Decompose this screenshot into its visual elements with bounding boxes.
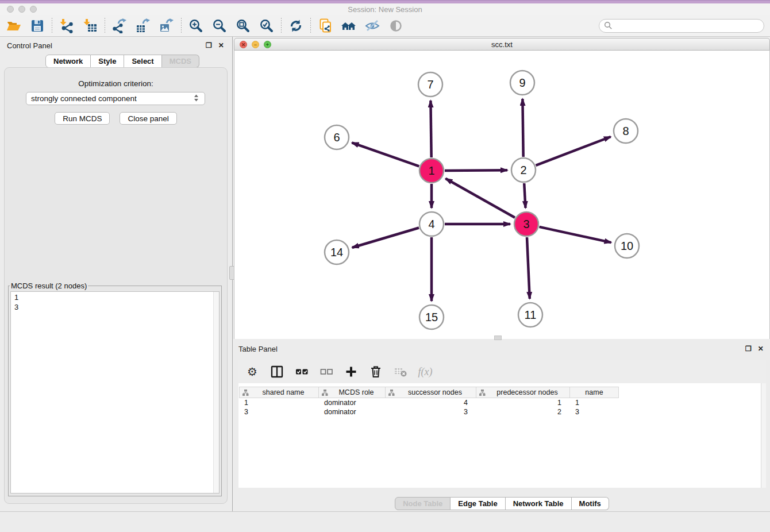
criterion-value: strongly connected component <box>31 94 137 103</box>
table-row[interactable]: 3dominator323 <box>239 407 619 417</box>
table-row[interactable]: 1dominator411 <box>239 398 619 407</box>
edge-2-3[interactable] <box>524 183 525 208</box>
zoom-selected-icon[interactable] <box>259 18 275 34</box>
edge-2-8[interactable] <box>536 137 611 165</box>
node-4[interactable]: 4 <box>419 212 444 236</box>
mcds-result-textarea[interactable]: 1 3 <box>10 291 220 494</box>
mcds-panel: Optimization criterion: strongly connect… <box>4 67 228 504</box>
svg-text:10: 10 <box>621 240 633 252</box>
attribute-icon <box>479 390 486 396</box>
svg-text:7: 7 <box>427 78 433 91</box>
duplicate-network-icon[interactable] <box>317 18 333 34</box>
tab-mcds[interactable]: MCDS <box>162 55 199 68</box>
export-table-icon[interactable] <box>135 18 151 34</box>
show-graphics-details-icon <box>388 18 404 34</box>
table-scrollbar[interactable] <box>761 383 766 488</box>
search-box[interactable] <box>599 19 764 33</box>
column-header-shared-name[interactable]: shared name <box>239 387 319 398</box>
svg-text:6: 6 <box>333 131 340 144</box>
cell-predecessor-nodes[interactable]: 2 <box>476 407 570 417</box>
cell-shared-name[interactable]: 1 <box>239 398 319 407</box>
node-6[interactable]: 6 <box>325 125 349 149</box>
table-panel-close-icon[interactable]: ✕ <box>758 345 764 352</box>
svg-text:2: 2 <box>520 164 526 176</box>
cell-successor-nodes[interactable]: 3 <box>386 407 476 417</box>
status-bar: Memory <box>0 511 770 532</box>
network-splitter-handle[interactable] <box>494 336 502 340</box>
tab-style[interactable]: Style <box>91 55 124 68</box>
zoom-fit-icon[interactable] <box>235 18 251 34</box>
edge-3-10[interactable] <box>540 227 611 242</box>
open-session-icon[interactable] <box>6 18 22 34</box>
tab-motifs[interactable]: Motifs <box>572 497 609 510</box>
network-window-titlebar[interactable]: ✕ − + scc.txt <box>234 38 770 51</box>
tab-select[interactable]: Select <box>124 55 161 68</box>
cell-predecessor-nodes[interactable]: 1 <box>476 398 570 407</box>
node-10[interactable]: 10 <box>615 234 639 258</box>
control-panel-close-icon[interactable]: ✕ <box>218 42 224 49</box>
control-panel-title: Control Panel <box>7 41 52 50</box>
cell-name[interactable]: 1 <box>570 398 619 407</box>
export-network-icon[interactable] <box>111 18 128 34</box>
refresh-icon[interactable] <box>288 18 304 34</box>
delete-table-icon <box>394 365 407 379</box>
tab-network[interactable]: Network <box>45 55 91 68</box>
cell-MCDS-role[interactable]: dominator <box>319 407 386 417</box>
column-header-MCDS-role[interactable]: MCDS role <box>319 387 386 398</box>
edge-3-11[interactable] <box>527 237 530 299</box>
edge-1-6[interactable] <box>352 142 419 166</box>
delete-column-icon[interactable] <box>369 365 383 379</box>
create-column-icon[interactable] <box>344 365 358 379</box>
table-settings-gear-icon[interactable]: ⚙ <box>245 365 259 379</box>
edge-1-7[interactable] <box>430 101 431 157</box>
toolbar-separator <box>52 18 52 34</box>
node-1[interactable]: 1 <box>419 159 444 183</box>
control-panel-float-icon[interactable]: ❐ <box>206 42 212 49</box>
edge-4-14[interactable] <box>352 228 419 248</box>
hide-graphics-details-icon[interactable] <box>364 18 380 34</box>
cell-name[interactable]: 3 <box>570 407 619 417</box>
table-panel-float-icon[interactable]: ❐ <box>745 345 752 352</box>
network-window-title: scc.txt <box>234 40 769 49</box>
deselect-all-columns-icon[interactable] <box>319 365 333 379</box>
import-table-icon[interactable] <box>82 18 98 34</box>
import-network-icon[interactable] <box>59 18 75 34</box>
node-11[interactable]: 11 <box>518 303 542 327</box>
edge-1-2[interactable] <box>445 170 507 171</box>
select-stepper-icon <box>192 94 200 104</box>
node-15[interactable]: 15 <box>419 305 444 329</box>
node-7[interactable]: 7 <box>418 72 442 97</box>
save-session-icon[interactable] <box>29 18 45 34</box>
network-canvas[interactable]: 7968124314101511 <box>234 51 770 339</box>
svg-text:3: 3 <box>523 218 529 230</box>
column-header-name[interactable]: name <box>570 387 619 398</box>
zoom-in-icon[interactable] <box>188 18 204 34</box>
export-image-icon[interactable] <box>159 18 175 34</box>
node-2[interactable]: 2 <box>511 158 536 182</box>
tab-edge-table[interactable]: Edge Table <box>451 497 505 510</box>
column-header-successor-nodes[interactable]: successor nodes <box>386 387 476 398</box>
cell-successor-nodes[interactable]: 4 <box>386 398 476 407</box>
node-9[interactable]: 9 <box>510 71 534 95</box>
svg-text:9: 9 <box>519 76 525 89</box>
toolbar-separator <box>181 18 182 34</box>
search-input[interactable] <box>615 21 759 30</box>
run-mcds-button[interactable]: Run MCDS <box>55 112 110 125</box>
edge-3-1[interactable] <box>445 179 515 218</box>
cell-shared-name[interactable]: 3 <box>239 407 319 417</box>
tab-network-table[interactable]: Network Table <box>506 497 572 510</box>
close-panel-button[interactable]: Close panel <box>120 112 176 125</box>
select-all-columns-icon[interactable] <box>295 365 309 379</box>
node-8[interactable]: 8 <box>614 119 638 143</box>
result-scrollbar[interactable] <box>213 292 219 493</box>
home-icon[interactable] <box>341 18 357 34</box>
column-header-predecessor-nodes[interactable]: predecessor nodes <box>476 387 570 398</box>
zoom-out-icon[interactable] <box>211 18 228 34</box>
node-3[interactable]: 3 <box>514 212 538 236</box>
node-14[interactable]: 14 <box>325 240 349 264</box>
edge-2-9[interactable] <box>522 99 523 157</box>
show-columns-icon[interactable] <box>270 365 284 379</box>
criterion-select[interactable]: strongly connected component <box>26 92 205 105</box>
tab-node-table[interactable]: Node Table <box>395 497 451 510</box>
cell-MCDS-role[interactable]: dominator <box>319 398 386 407</box>
